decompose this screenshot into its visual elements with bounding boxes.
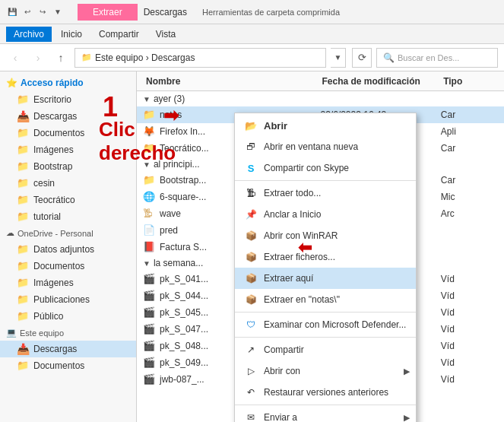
col-date-header[interactable]: Fecha de modificación [316, 76, 438, 87]
col-type-header[interactable]: Tipo [437, 76, 504, 87]
back-button[interactable]: ‹ [6, 49, 24, 67]
ctx-enviar-a[interactable]: ✉ Enviar a ▶ [235, 407, 416, 422]
zip-icon: 🗜 [143, 208, 155, 220]
path-dropdown[interactable]: ▼ [331, 48, 346, 68]
group-arrow-ayer: ▼ [143, 95, 151, 103]
video-icon: 🎬 [143, 340, 155, 352]
sidebar-label-escritorio: Escritorio [33, 94, 71, 105]
folder-icon: 📁 [143, 142, 155, 154]
search-box[interactable]: 🔍 Buscar en Des... [376, 48, 498, 68]
sidebar-label-publico: Público [33, 311, 63, 322]
ctx-extraer-ficheros-label: Extraer ficheros... [264, 252, 335, 262]
ctx-defender-label: Examinar con Microsoft Defender... [264, 319, 406, 330]
ctx-restaurar[interactable]: ↶ Restaurar versiones anteriores [235, 382, 416, 403]
restore-icon: ↶ [244, 386, 258, 399]
sidebar-item-bootstrap-qs[interactable]: 📁 Bootstrap [0, 158, 136, 175]
file-name: pk_S_045... [160, 307, 208, 318]
ctx-extraer-todo[interactable]: 🗜 Extraer todo... [235, 182, 416, 204]
ctx-separator [235, 180, 416, 181]
skype-icon: S [244, 161, 258, 175]
sidebar-label-documentos-od: Documentos [33, 261, 84, 271]
search-icon: 🔍 [383, 52, 395, 63]
address-path[interactable]: 📁 Este equipo › Descargas [74, 48, 326, 68]
ctx-abrir-con[interactable]: ▷ Abrir con ▶ [235, 360, 416, 382]
dropdown-icon[interactable]: ▼ [52, 6, 64, 18]
ctx-compartir[interactable]: ↗ Compartir [235, 339, 416, 360]
video-icon: 🎬 [143, 273, 155, 285]
extraer-tab[interactable]: Extraer [78, 4, 138, 21]
ctx-separator3 [235, 337, 416, 338]
file-name: wave [160, 208, 181, 219]
refresh-button[interactable]: ⟳ [352, 48, 372, 68]
file-cell-type: Car [438, 143, 501, 154]
folder-icon: 📁 [17, 277, 29, 289]
ctx-abrir-ventana[interactable]: 🗗 Abrir en ventana nueva [235, 136, 416, 157]
ctx-abrir-label: Abrir [264, 120, 287, 132]
window-icon: 🗗 [244, 140, 258, 154]
file-list-header: Nombre Fecha de modificación Tipo [137, 71, 504, 91]
sidebar-label-documentos-qs: Documentos [33, 128, 84, 138]
col-name-header[interactable]: Nombre [140, 76, 316, 87]
ctx-extraer-ficheros[interactable]: 📦 Extraer ficheros... [235, 246, 416, 268]
winrar-icon3: 📦 [244, 271, 258, 285]
sidebar-item-publico[interactable]: 📁 Público [0, 308, 136, 325]
file-cell-type: Víd [438, 324, 501, 335]
firefox-icon: 🦊 [143, 125, 155, 138]
sidebar-label-teocrático: Teocrático [33, 195, 75, 205]
file-cell-type: Víd [438, 290, 501, 301]
sidebar-item-tutorial[interactable]: 📁 tutorial [0, 208, 136, 225]
folder-icon: 📁 [17, 260, 29, 272]
sidebar-item-descargas-qs[interactable]: 📥 Descargas [0, 108, 136, 125]
menu-bar: Archivo Inicio Compartir Vista [0, 24, 504, 44]
submenu-arrow: ▶ [404, 366, 410, 376]
sidebar-item-publicaciones[interactable]: 📁 Publicaciones [0, 291, 136, 308]
menu-compartir[interactable]: Compartir [91, 27, 147, 42]
file-name: 6-square-... [160, 192, 206, 202]
ctx-extraer-notas[interactable]: 📦 Extraer en "notas\" [235, 289, 416, 310]
file-name: pk_S_044... [160, 290, 208, 301]
ctx-abrir[interactable]: 📂 Abrir [235, 115, 416, 136]
file-cell-type: Arc [438, 208, 501, 219]
sidebar-label-publicaciones: Publicaciones [33, 294, 90, 305]
sidebar-item-descargas-eq[interactable]: 📥 Descargas [0, 341, 136, 357]
menu-archivo[interactable]: Archivo [6, 27, 52, 42]
sidebar-item-documentos-od[interactable]: 📁 Documentos [0, 258, 136, 274]
forward-button[interactable]: › [29, 49, 47, 67]
sidebar-item-documentos-eq[interactable]: 📁 Documentos [0, 357, 136, 374]
folder-icon: 📁 [17, 310, 29, 322]
ctx-extraer-aqui[interactable]: 📦 Extraer aquí [235, 268, 416, 289]
sidebar-label-cesin: cesin [33, 178, 55, 189]
sidebar-item-teocrático[interactable]: 📁 Teocrático [0, 192, 136, 208]
sidebar-item-imagenes-od[interactable]: 📁 Imágenes [0, 274, 136, 291]
sidebar-item-escritorio[interactable]: 📁 Escritorio [0, 91, 136, 108]
video-icon: 🎬 [143, 373, 155, 386]
ctx-compartir-label: Compartir [264, 344, 304, 355]
cloud-icon: ☁ [6, 228, 14, 238]
undo-icon[interactable]: ↩ [21, 6, 33, 18]
sidebar-item-cesin[interactable]: 📁 cesin [0, 175, 136, 192]
open-with-icon: ▷ [244, 364, 258, 378]
title-bar: 💾 ↩ ↪ ▼ Extraer Descargas Herramientas d… [0, 0, 504, 24]
ctx-winrar-open-label: Abrir con WinRAR [264, 230, 338, 241]
redo-icon[interactable]: ↪ [36, 6, 49, 18]
menu-vista[interactable]: Vista [148, 27, 183, 42]
save-icon[interactable]: 💾 [6, 6, 18, 18]
ctx-defender[interactable]: 🛡 Examinar con Microsoft Defender... [235, 314, 416, 335]
ctx-winrar-open[interactable]: 📦 Abrir con WinRAR [235, 225, 416, 246]
video-icon: 🎬 [143, 306, 155, 319]
menu-inicio[interactable]: Inicio [53, 27, 90, 42]
group-ayer-label: ayer (3) [154, 94, 185, 104]
ctx-anclar[interactable]: 📌 Anclar a Inicio [235, 204, 416, 225]
ctx-restaurar-label: Restaurar versiones anteriores [264, 387, 388, 398]
ctx-abrir-ventana-label: Abrir en ventana nueva [264, 141, 358, 152]
sidebar-item-imagenes-qs[interactable]: 📁 Imágenes [0, 141, 136, 158]
sidebar-item-datos-adjuntos[interactable]: 📁 Datos adjuntos [0, 241, 136, 258]
ctx-compartir-skype[interactable]: S Compartir con Skype [235, 157, 416, 179]
group-ayer[interactable]: ▼ ayer (3) [137, 91, 504, 106]
sidebar-item-documentos-qs[interactable]: 📁 Documentos [0, 125, 136, 141]
send-icon: ✉ [244, 411, 258, 422]
up-button[interactable]: ↑ [52, 49, 70, 67]
file-cell-type: Apli [438, 126, 501, 137]
zip-icon: 🗜 [244, 186, 258, 200]
group-semana-label: la semana... [154, 258, 203, 268]
